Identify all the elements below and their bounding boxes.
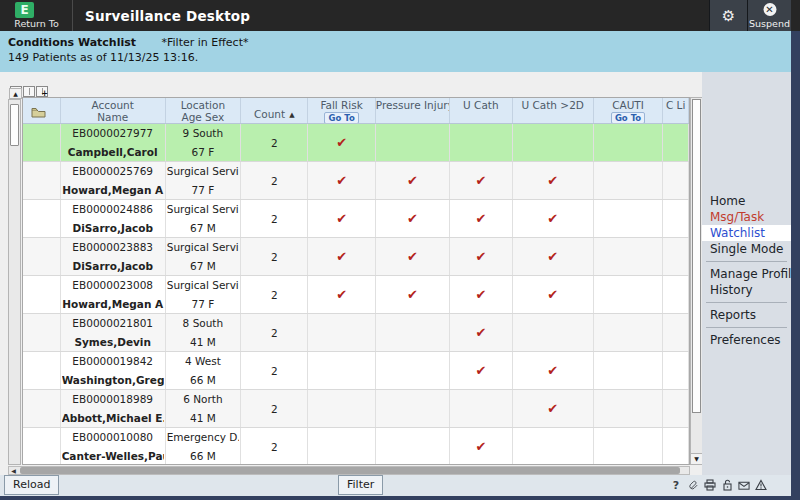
account-name-cell: EB0000023008Howard,Megan A (61, 276, 166, 313)
patient-row[interactable]: EB0000027977Campbell,Carol9 South67 F2✔ (23, 124, 689, 162)
printer-icon[interactable] (704, 479, 716, 491)
patient-row[interactable]: EB0000021801Symes,Devin8 South41 M2✔ (23, 314, 689, 352)
condition-cell-cauti (594, 276, 663, 313)
location: Emergency D... (167, 431, 239, 443)
row-icon-cell (23, 276, 61, 313)
patient-row[interactable]: EB0000019842Washington,Gregory4 West66 M… (23, 352, 689, 390)
patient-row[interactable]: EB0000023883DiSarro,JacobSurgical Servi.… (23, 238, 689, 276)
red-check-icon: ✔ (475, 363, 486, 378)
scroll-up-button[interactable]: ▲ (9, 88, 22, 99)
sidebar-divider (706, 261, 787, 262)
patient-name: Abbott,Michael E. (62, 412, 164, 424)
sidebar-item-watchlist[interactable]: Watchlist (702, 225, 791, 241)
patient-row[interactable]: EB0000024886DiSarro,JacobSurgical Servi.… (23, 200, 689, 238)
patient-row[interactable]: EB0000025769Howard,Megan ASurgical Servi… (23, 162, 689, 200)
scroll-left-button[interactable]: ◀ (9, 467, 18, 474)
account-name-cell: EB0000018989Abbott,Michael E. (61, 390, 166, 427)
location-age-sex-cell: Surgical Servi...77 F (166, 276, 241, 313)
table-scrollbar-thumb[interactable] (692, 99, 701, 413)
condition-cell-cauti (594, 200, 663, 237)
account-number: EB0000019842 (62, 355, 164, 367)
account-number: EB0000027977 (62, 127, 164, 139)
count-cell: 2 (241, 390, 308, 427)
column-header-u-cath[interactable]: U Cath (450, 98, 512, 123)
scroll-down-button[interactable]: ▼ (691, 453, 702, 464)
condition-cell-cauti (594, 314, 663, 351)
red-check-icon: ✔ (547, 211, 558, 226)
patient-name: Symes,Devin (62, 336, 164, 348)
red-check-icon: ✔ (407, 211, 418, 226)
account-number: EB0000021801 (62, 317, 164, 329)
sidebar-item-history[interactable]: History (702, 282, 791, 298)
help-icon[interactable]: ? (670, 479, 682, 491)
condition-cell-c-line (663, 428, 689, 465)
sidebar-item-reports[interactable]: Reports (702, 307, 791, 323)
account-name-cell: EB0000019842Washington,Gregory (61, 352, 166, 389)
age-sex: 66 M (167, 450, 239, 462)
sidebar-item-single-mode[interactable]: Single Mode (702, 241, 791, 257)
goto-button-cauti[interactable]: Go To (611, 112, 645, 123)
patient-name: Howard,Megan A (62, 184, 164, 196)
sidebar-item-home[interactable]: Home (702, 193, 791, 209)
suspend-label: Suspend (748, 18, 791, 29)
row-icon-cell (23, 390, 61, 427)
patient-row[interactable]: EB0000023008Howard,Megan ASurgical Servi… (23, 276, 689, 314)
red-check-icon: ✔ (336, 287, 347, 302)
settings-button[interactable]: ⚙ (709, 0, 747, 31)
red-check-icon: ✔ (407, 287, 418, 302)
age-sex: 66 M (167, 374, 239, 386)
surveillance-desktop-app: E Return To Surveillance Desktop ⚙ ✕ Sus… (0, 0, 800, 500)
count-cell: 2 (241, 314, 308, 351)
column-header-count[interactable]: Count▲ (241, 98, 308, 123)
column-header-row-icon[interactable] (23, 98, 61, 123)
condition-cell-u-cath: ✔ (450, 314, 512, 351)
location: Surgical Servi... (167, 203, 239, 215)
sidebar-item-manage-profiles[interactable]: Manage Profiles (702, 266, 791, 282)
left-vertical-scrollbar[interactable]: ▲ (8, 99, 21, 465)
location-age-sex-cell: Surgical Servi...67 M (166, 200, 241, 237)
folder-icon (31, 107, 46, 120)
reload-button[interactable]: Reload (4, 475, 59, 495)
condition-cell-u-cath: ✔ (450, 200, 512, 237)
add-view-icon[interactable]: + (36, 86, 48, 97)
column-header-location-age-sex[interactable]: LocationAge Sex (166, 98, 241, 123)
column-header-cauti[interactable]: CAUTIGo To (594, 98, 663, 123)
suspend-button[interactable]: ✕ Suspend (747, 0, 791, 31)
count-cell: 2 (241, 162, 308, 199)
paperclip-icon[interactable] (687, 479, 699, 491)
table-horizontal-scrollbar[interactable]: ◀ (8, 466, 690, 475)
column-header-fall-risk[interactable]: Fall RiskGo To (308, 98, 375, 123)
location: Surgical Servi... (167, 165, 239, 177)
condition-cell-pressure-injury (376, 390, 450, 427)
row-icon-cell (23, 238, 61, 275)
condition-cell-u-cath-gt-2d: ✔ (513, 238, 594, 275)
warning-icon[interactable] (755, 479, 767, 491)
column-header-account-name[interactable]: AccountName (61, 98, 166, 123)
patient-row[interactable]: EB0000018989Abbott,Michael E.6 North41 M… (23, 390, 689, 428)
location-age-sex-cell: 4 West66 M (166, 352, 241, 389)
return-to-button[interactable]: E Return To (0, 0, 73, 31)
filter-button[interactable]: Filter (338, 475, 383, 495)
condition-cell-u-cath (450, 124, 512, 161)
app-logo-icon: E (15, 2, 34, 18)
count-cell: 2 (241, 428, 308, 465)
left-scrollbar-thumb[interactable] (10, 104, 19, 146)
red-check-icon: ✔ (547, 287, 558, 302)
split-view-icon[interactable] (23, 86, 35, 97)
envelope-icon[interactable] (738, 479, 750, 491)
count-cell: 2 (241, 200, 308, 237)
goto-button-fall-risk[interactable]: Go To (324, 112, 358, 123)
column-header-c-line[interactable]: C Li (663, 98, 689, 123)
sidebar-item-preferences[interactable]: Preferences (702, 332, 791, 348)
patient-row[interactable]: EB0000010080Canter-Welles,Paul KEmergenc… (23, 428, 689, 465)
column-header-u-cath-gt-2d[interactable]: U Cath >2D (513, 98, 594, 123)
row-icon-cell (23, 314, 61, 351)
red-check-icon: ✔ (547, 173, 558, 188)
column-header-pressure-injury[interactable]: Pressure Injury (376, 98, 450, 123)
horizontal-scrollbar-thumb[interactable] (20, 467, 680, 474)
sidebar-item-msg-task[interactable]: Msg/Task (702, 209, 791, 225)
lock-icon[interactable] (721, 479, 733, 491)
row-icon-cell (23, 162, 61, 199)
red-check-icon: ✔ (407, 249, 418, 264)
condition-cell-fall-risk: ✔ (308, 276, 375, 313)
